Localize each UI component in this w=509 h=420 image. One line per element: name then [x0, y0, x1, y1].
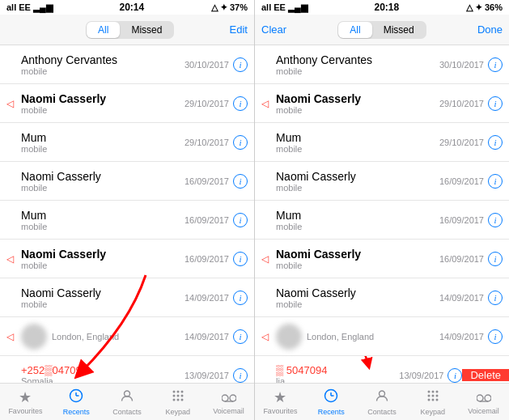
tab-favourites-left[interactable]: ★ Favourites [0, 388, 51, 415]
contacts-label-right: Contacts [367, 408, 397, 416]
keypad-icon-left [171, 388, 185, 407]
contact-type-4-right: mobile [276, 183, 439, 193]
edit-button-left[interactable]: Edit [230, 23, 248, 36]
favourites-label-left: Favourites [8, 407, 42, 415]
wifi-icon-right: △ [466, 2, 473, 13]
info-btn-2-right[interactable]: i [488, 96, 503, 111]
info-btn-9-right[interactable]: i [447, 368, 462, 383]
contact-item-left-5[interactable]: ◁ Mum mobile 16/09/2017 i [0, 201, 254, 240]
info-btn-8-left[interactable]: i [233, 329, 248, 344]
tab-recents-right[interactable]: Recents [306, 388, 357, 416]
contact-info-9-left: +252▒047094 Somalia [21, 364, 185, 383]
tab-voicemail-left[interactable]: Voicemail [203, 389, 254, 415]
avatar-left-8 [21, 324, 47, 350]
contact-item-right-6[interactable]: ◁ Naomi Casserly mobile 16/09/2017 i [255, 240, 509, 278]
info-btn-1-left[interactable]: i [233, 57, 248, 72]
contact-item-right-5[interactable]: ◁ Mum mobile 16/09/2017 i [255, 201, 509, 240]
contact-info-4-right: Naomi Casserly mobile [276, 170, 439, 193]
contact-info-5-left: Mum mobile [21, 209, 185, 231]
all-tab-right[interactable]: All [338, 22, 371, 38]
contact-item-left-2[interactable]: ◁ Naomi Casserly mobile 29/10/2017 i [0, 84, 254, 123]
contacts-icon-right [375, 388, 389, 407]
contact-phone-9-left: +252▒047094 [21, 364, 185, 376]
contact-type-4-left: mobile [21, 183, 185, 193]
contact-item-left-8[interactable]: ◁ London, England 14/09/2017 i [0, 317, 254, 356]
svg-point-14 [230, 395, 236, 401]
tab-contacts-left[interactable]: Contacts [102, 388, 153, 416]
missed-icon-8-left: ◁ [6, 331, 18, 342]
status-bar-left: all EE ▂▄▆ 20:14 △ ✦ 37% [0, 0, 254, 15]
info-btn-3-right[interactable]: i [488, 135, 503, 150]
info-btn-2-left[interactable]: i [233, 96, 248, 111]
wifi-icon-left: △ [211, 2, 218, 13]
contact-name-6-left: Naomi Casserly [21, 248, 185, 261]
contact-item-left-9[interactable]: ◁ +252▒047094 Somalia 13/09/2017 i [0, 356, 254, 383]
info-btn-4-left[interactable]: i [233, 174, 248, 189]
carrier-right: all EE [261, 2, 286, 12]
tab-voicemail-right[interactable]: Voicemail [458, 389, 509, 415]
contact-type-1-left: mobile [21, 66, 185, 76]
svg-point-10 [172, 398, 175, 401]
contact-item-right-3[interactable]: ◁ Mum mobile 29/10/2017 i [255, 123, 509, 162]
contact-type-3-left: mobile [21, 144, 185, 154]
voicemail-label-right: Voicemail [468, 407, 499, 415]
info-btn-3-left[interactable]: i [233, 135, 248, 150]
delete-button[interactable]: Delete [462, 369, 509, 381]
left-phone-screen: all EE ▂▄▆ 20:14 △ ✦ 37% All Missed Edit [0, 0, 255, 420]
favourites-label-right: Favourites [263, 407, 297, 415]
info-btn-5-right[interactable]: i [488, 213, 503, 227]
contact-item-left-7[interactable]: ◁ Naomi Casserly mobile 14/09/2017 i [0, 278, 254, 317]
battery-right: 36% [485, 2, 503, 12]
signal-icon-left: ▂▄▆ [33, 2, 53, 13]
missed-tab-right[interactable]: Missed [372, 22, 426, 38]
contact-info-7-right: Naomi Casserly mobile [276, 286, 439, 309]
contact-info-7-left: Naomi Casserly mobile [21, 286, 185, 309]
time-right: 20:18 [375, 2, 400, 13]
info-btn-1-right[interactable]: i [488, 57, 503, 72]
contact-name-5-right: Mum [276, 209, 439, 222]
contact-type-7-left: mobile [21, 299, 185, 309]
contact-name-5-left: Mum [21, 209, 185, 222]
info-btn-6-left[interactable]: i [233, 252, 248, 266]
contact-item-left-3[interactable]: ◁ Mum mobile 29/10/2017 i [0, 123, 254, 162]
info-btn-7-right[interactable]: i [488, 291, 503, 305]
tab-favourites-right[interactable]: ★ Favourites [255, 388, 306, 415]
tab-keypad-right[interactable]: Keypad [407, 388, 458, 416]
contact-item-right-2[interactable]: ◁ Naomi Casserly mobile 29/10/2017 i [255, 84, 509, 123]
tab-contacts-right[interactable]: Contacts [357, 388, 408, 416]
svg-point-28 [431, 398, 434, 401]
contact-list-right: ◁ Anthony Cervantes mobile 30/10/2017 i … [255, 45, 509, 383]
keypad-label-right: Keypad [421, 408, 446, 416]
info-btn-9-left[interactable]: i [233, 368, 248, 383]
tab-recents-left[interactable]: Recents [51, 388, 102, 416]
contact-item-right-1[interactable]: ◁ Anthony Cervantes mobile 30/10/2017 i [255, 45, 509, 84]
contact-item-left-6[interactable]: ◁ Naomi Casserly mobile 16/09/2017 i [0, 240, 254, 278]
info-btn-7-left[interactable]: i [233, 291, 248, 305]
svg-point-4 [172, 390, 175, 392]
keypad-label-left: Keypad [166, 408, 191, 416]
tab-keypad-left[interactable]: Keypad [152, 388, 203, 416]
clear-button-right[interactable]: Clear [261, 23, 286, 36]
info-btn-8-right[interactable]: i [488, 329, 503, 344]
contact-info-6-left: Naomi Casserly mobile [21, 248, 185, 270]
contact-item-right-8[interactable]: ◁ London, England 14/09/2017 i [255, 317, 509, 356]
done-button-right[interactable]: Done [477, 23, 503, 36]
missed-tab-left[interactable]: Missed [120, 22, 173, 38]
contact-date-4-right: 16/09/2017 [439, 176, 484, 186]
svg-point-23 [435, 390, 438, 392]
info-btn-6-right[interactable]: i [488, 252, 503, 266]
voicemail-icon-left [222, 389, 236, 406]
contact-info-3-right: Mum mobile [276, 131, 439, 154]
contact-type-9-right: lia [276, 376, 399, 383]
bt-icon-right: ✦ [475, 2, 482, 13]
contact-item-left-1[interactable]: ◁ Anthony Cervantes mobile 30/10/2017 i [0, 45, 254, 84]
contact-item-right-4[interactable]: ◁ Naomi Casserly mobile 16/09/2017 i [255, 162, 509, 201]
contact-name-7-left: Naomi Casserly [21, 286, 185, 299]
contact-item-right-7[interactable]: ◁ Naomi Casserly mobile 14/09/2017 i [255, 278, 509, 317]
all-tab-left[interactable]: All [87, 22, 120, 38]
contact-item-left-4[interactable]: ◁ Naomi Casserly mobile 16/09/2017 i [0, 162, 254, 201]
contact-item-right-9[interactable]: ◁ ▒ 5047094 lia 13/09/2017 i Delete [255, 356, 509, 383]
info-btn-5-left[interactable]: i [233, 213, 248, 227]
missed-icon-2-right: ◁ [261, 98, 273, 109]
info-btn-4-right[interactable]: i [488, 174, 503, 189]
